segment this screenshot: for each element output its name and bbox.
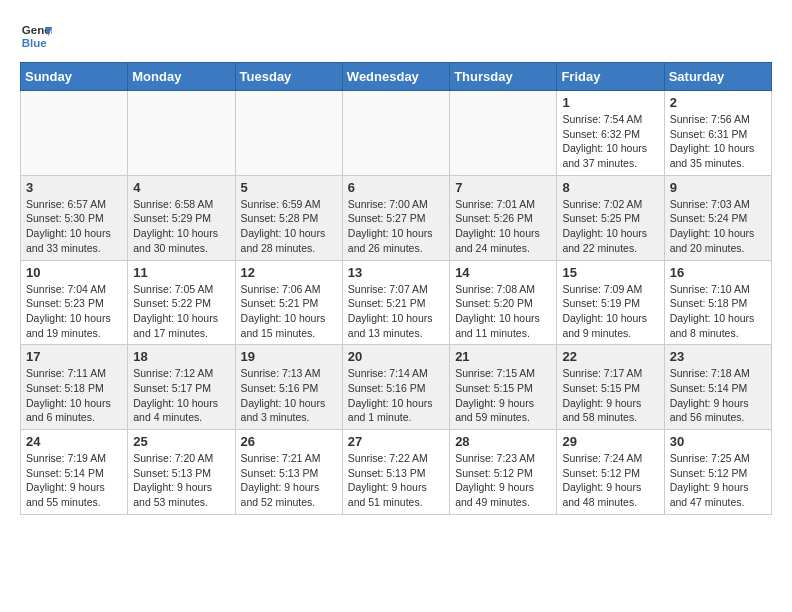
calendar-day-26: 26Sunrise: 7:21 AMSunset: 5:13 PMDayligh… (235, 430, 342, 515)
day-info: Sunrise: 7:18 AMSunset: 5:14 PMDaylight:… (670, 366, 766, 425)
calendar-week-2: 3Sunrise: 6:57 AMSunset: 5:30 PMDaylight… (21, 175, 772, 260)
calendar-day-17: 17Sunrise: 7:11 AMSunset: 5:18 PMDayligh… (21, 345, 128, 430)
svg-text:Blue: Blue (22, 37, 48, 49)
calendar-table: SundayMondayTuesdayWednesdayThursdayFrid… (20, 62, 772, 515)
day-number: 7 (455, 180, 551, 195)
day-info: Sunrise: 7:10 AMSunset: 5:18 PMDaylight:… (670, 282, 766, 341)
calendar-header-sunday: Sunday (21, 63, 128, 91)
day-info: Sunrise: 7:11 AMSunset: 5:18 PMDaylight:… (26, 366, 122, 425)
calendar-header-row: SundayMondayTuesdayWednesdayThursdayFrid… (21, 63, 772, 91)
day-number: 14 (455, 265, 551, 280)
day-info: Sunrise: 7:15 AMSunset: 5:15 PMDaylight:… (455, 366, 551, 425)
calendar-header-thursday: Thursday (450, 63, 557, 91)
calendar-day-7: 7Sunrise: 7:01 AMSunset: 5:26 PMDaylight… (450, 175, 557, 260)
day-info: Sunrise: 7:54 AMSunset: 6:32 PMDaylight:… (562, 112, 658, 171)
calendar-header-tuesday: Tuesday (235, 63, 342, 91)
calendar-day-16: 16Sunrise: 7:10 AMSunset: 5:18 PMDayligh… (664, 260, 771, 345)
day-number: 9 (670, 180, 766, 195)
calendar-day-27: 27Sunrise: 7:22 AMSunset: 5:13 PMDayligh… (342, 430, 449, 515)
calendar-day-13: 13Sunrise: 7:07 AMSunset: 5:21 PMDayligh… (342, 260, 449, 345)
calendar-day-8: 8Sunrise: 7:02 AMSunset: 5:25 PMDaylight… (557, 175, 664, 260)
day-number: 17 (26, 349, 122, 364)
calendar-day-21: 21Sunrise: 7:15 AMSunset: 5:15 PMDayligh… (450, 345, 557, 430)
day-info: Sunrise: 7:04 AMSunset: 5:23 PMDaylight:… (26, 282, 122, 341)
day-number: 5 (241, 180, 337, 195)
page-header: General Blue (20, 20, 772, 52)
calendar-day-25: 25Sunrise: 7:20 AMSunset: 5:13 PMDayligh… (128, 430, 235, 515)
day-info: Sunrise: 7:06 AMSunset: 5:21 PMDaylight:… (241, 282, 337, 341)
day-info: Sunrise: 7:23 AMSunset: 5:12 PMDaylight:… (455, 451, 551, 510)
day-number: 29 (562, 434, 658, 449)
calendar-day-9: 9Sunrise: 7:03 AMSunset: 5:24 PMDaylight… (664, 175, 771, 260)
calendar-day-10: 10Sunrise: 7:04 AMSunset: 5:23 PMDayligh… (21, 260, 128, 345)
calendar-week-4: 17Sunrise: 7:11 AMSunset: 5:18 PMDayligh… (21, 345, 772, 430)
day-number: 26 (241, 434, 337, 449)
day-info: Sunrise: 7:24 AMSunset: 5:12 PMDaylight:… (562, 451, 658, 510)
calendar-header-friday: Friday (557, 63, 664, 91)
day-info: Sunrise: 7:03 AMSunset: 5:24 PMDaylight:… (670, 197, 766, 256)
calendar-day-20: 20Sunrise: 7:14 AMSunset: 5:16 PMDayligh… (342, 345, 449, 430)
day-number: 21 (455, 349, 551, 364)
day-number: 24 (26, 434, 122, 449)
calendar-header-monday: Monday (128, 63, 235, 91)
day-number: 30 (670, 434, 766, 449)
day-number: 20 (348, 349, 444, 364)
calendar-week-1: 1Sunrise: 7:54 AMSunset: 6:32 PMDaylight… (21, 91, 772, 176)
day-info: Sunrise: 7:07 AMSunset: 5:21 PMDaylight:… (348, 282, 444, 341)
day-number: 22 (562, 349, 658, 364)
calendar-day-4: 4Sunrise: 6:58 AMSunset: 5:29 PMDaylight… (128, 175, 235, 260)
day-info: Sunrise: 7:56 AMSunset: 6:31 PMDaylight:… (670, 112, 766, 171)
day-number: 19 (241, 349, 337, 364)
day-number: 1 (562, 95, 658, 110)
calendar-day-12: 12Sunrise: 7:06 AMSunset: 5:21 PMDayligh… (235, 260, 342, 345)
calendar-day-14: 14Sunrise: 7:08 AMSunset: 5:20 PMDayligh… (450, 260, 557, 345)
day-info: Sunrise: 7:21 AMSunset: 5:13 PMDaylight:… (241, 451, 337, 510)
day-info: Sunrise: 7:00 AMSunset: 5:27 PMDaylight:… (348, 197, 444, 256)
day-number: 6 (348, 180, 444, 195)
day-number: 11 (133, 265, 229, 280)
day-info: Sunrise: 7:20 AMSunset: 5:13 PMDaylight:… (133, 451, 229, 510)
day-number: 28 (455, 434, 551, 449)
day-info: Sunrise: 7:22 AMSunset: 5:13 PMDaylight:… (348, 451, 444, 510)
day-number: 16 (670, 265, 766, 280)
calendar-day-19: 19Sunrise: 7:13 AMSunset: 5:16 PMDayligh… (235, 345, 342, 430)
day-number: 8 (562, 180, 658, 195)
calendar-day-empty (21, 91, 128, 176)
day-info: Sunrise: 7:02 AMSunset: 5:25 PMDaylight:… (562, 197, 658, 256)
calendar-header-wednesday: Wednesday (342, 63, 449, 91)
day-info: Sunrise: 7:05 AMSunset: 5:22 PMDaylight:… (133, 282, 229, 341)
day-info: Sunrise: 7:13 AMSunset: 5:16 PMDaylight:… (241, 366, 337, 425)
day-info: Sunrise: 7:14 AMSunset: 5:16 PMDaylight:… (348, 366, 444, 425)
day-number: 23 (670, 349, 766, 364)
calendar-day-15: 15Sunrise: 7:09 AMSunset: 5:19 PMDayligh… (557, 260, 664, 345)
calendar-day-24: 24Sunrise: 7:19 AMSunset: 5:14 PMDayligh… (21, 430, 128, 515)
day-number: 13 (348, 265, 444, 280)
day-info: Sunrise: 6:59 AMSunset: 5:28 PMDaylight:… (241, 197, 337, 256)
day-info: Sunrise: 7:12 AMSunset: 5:17 PMDaylight:… (133, 366, 229, 425)
calendar-day-empty (342, 91, 449, 176)
logo-icon: General Blue (20, 20, 52, 52)
calendar-day-3: 3Sunrise: 6:57 AMSunset: 5:30 PMDaylight… (21, 175, 128, 260)
day-info: Sunrise: 7:09 AMSunset: 5:19 PMDaylight:… (562, 282, 658, 341)
calendar-day-5: 5Sunrise: 6:59 AMSunset: 5:28 PMDaylight… (235, 175, 342, 260)
day-info: Sunrise: 6:57 AMSunset: 5:30 PMDaylight:… (26, 197, 122, 256)
day-number: 2 (670, 95, 766, 110)
calendar-day-empty (235, 91, 342, 176)
calendar-day-1: 1Sunrise: 7:54 AMSunset: 6:32 PMDaylight… (557, 91, 664, 176)
day-info: Sunrise: 7:01 AMSunset: 5:26 PMDaylight:… (455, 197, 551, 256)
calendar-header-saturday: Saturday (664, 63, 771, 91)
calendar-week-5: 24Sunrise: 7:19 AMSunset: 5:14 PMDayligh… (21, 430, 772, 515)
day-info: Sunrise: 6:58 AMSunset: 5:29 PMDaylight:… (133, 197, 229, 256)
calendar-day-23: 23Sunrise: 7:18 AMSunset: 5:14 PMDayligh… (664, 345, 771, 430)
day-info: Sunrise: 7:25 AMSunset: 5:12 PMDaylight:… (670, 451, 766, 510)
calendar-day-6: 6Sunrise: 7:00 AMSunset: 5:27 PMDaylight… (342, 175, 449, 260)
calendar-day-29: 29Sunrise: 7:24 AMSunset: 5:12 PMDayligh… (557, 430, 664, 515)
day-number: 10 (26, 265, 122, 280)
day-number: 27 (348, 434, 444, 449)
calendar-day-empty (128, 91, 235, 176)
day-info: Sunrise: 7:08 AMSunset: 5:20 PMDaylight:… (455, 282, 551, 341)
calendar-day-11: 11Sunrise: 7:05 AMSunset: 5:22 PMDayligh… (128, 260, 235, 345)
day-number: 12 (241, 265, 337, 280)
calendar-day-22: 22Sunrise: 7:17 AMSunset: 5:15 PMDayligh… (557, 345, 664, 430)
logo: General Blue (20, 20, 52, 52)
